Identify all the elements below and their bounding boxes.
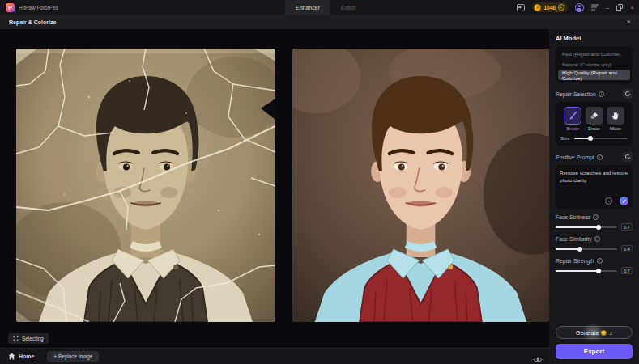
- repair-strength-value[interactable]: 0.7: [621, 267, 633, 274]
- account-icon[interactable]: [575, 3, 584, 12]
- app-title: HitPaw FotorPea: [19, 5, 58, 11]
- face-similarity-value[interactable]: 0.4: [621, 245, 633, 252]
- app-window: P HitPaw FotorPea Enhancer Editor P 1046…: [0, 0, 639, 364]
- brush-tool[interactable]: Brush: [563, 107, 582, 131]
- repair-strength-control: Repair Strength i 0.7: [556, 258, 633, 274]
- close-button[interactable]: ×: [630, 4, 634, 11]
- ai-model-panel: AI Model Fast (Repair and Colorize) Natu…: [549, 29, 639, 364]
- tab-editor[interactable]: Editor: [330, 0, 366, 15]
- home-button[interactable]: Home: [8, 353, 34, 360]
- menu-icon[interactable]: [591, 4, 599, 11]
- reset-prompt-button[interactable]: [623, 152, 633, 162]
- export-button[interactable]: Export: [556, 344, 633, 359]
- size-slider[interactable]: [574, 138, 628, 139]
- restore-button[interactable]: [616, 4, 623, 11]
- home-icon: [8, 353, 15, 360]
- home-label: Home: [19, 353, 34, 359]
- size-slider-thumb[interactable]: [588, 136, 593, 141]
- coin-icon: [601, 330, 607, 336]
- app-logo-icon: P: [6, 3, 15, 12]
- model-option-fast[interactable]: Fast (Repair and Colorize): [558, 49, 630, 59]
- photo-before[interactable]: [16, 49, 275, 322]
- generate-cost: 2: [609, 330, 611, 336]
- minimize-button[interactable]: –: [606, 4, 609, 11]
- model-option-natural[interactable]: Natural (Colorize only): [558, 59, 630, 70]
- reset-selection-button[interactable]: [623, 89, 633, 99]
- selection-corners-icon: [13, 336, 19, 341]
- face-similarity-control: Face Similarity i 0.4: [556, 236, 633, 252]
- close-feature-icon[interactable]: ×: [627, 18, 631, 26]
- credits-count: 1046: [543, 5, 555, 11]
- generate-button[interactable]: Generate 2: [556, 326, 633, 339]
- prompt-text: Remove scratches and restore photo clari…: [560, 169, 628, 184]
- eraser-icon: [590, 111, 599, 121]
- model-option-high-quality[interactable]: High Quality (Repair and Colorize): [558, 70, 630, 80]
- bottom-bar: Home + Replace Image: [0, 348, 549, 364]
- main-tabs: Enhancer Editor: [285, 0, 366, 15]
- mini-window-icon[interactable]: [517, 4, 525, 11]
- face-similarity-label: Face Similarity i: [556, 236, 633, 242]
- compare-eye-icon[interactable]: [533, 352, 543, 364]
- feature-title: Repair & Colorize: [9, 19, 56, 25]
- editor-canvas: Selecting: [0, 29, 549, 348]
- info-icon[interactable]: i: [593, 214, 599, 220]
- face-softness-label: Face Softness i: [556, 214, 633, 220]
- size-label: Size: [560, 136, 570, 141]
- status-badge-label: Selecting: [22, 336, 44, 341]
- info-icon[interactable]: i: [599, 91, 604, 97]
- repair-strength-thumb[interactable]: [596, 269, 601, 273]
- repair-tools: Brush Erase Move Size: [556, 102, 633, 146]
- feature-header: Repair & Colorize ×: [0, 15, 639, 29]
- titlebar: P HitPaw FotorPea Enhancer Editor P 1046…: [0, 0, 639, 15]
- model-options: Fast (Repair and Colorize) Natural (Colo…: [556, 46, 633, 83]
- photo-after[interactable]: [292, 49, 549, 322]
- tab-enhancer[interactable]: Enhancer: [285, 0, 330, 15]
- divider: [616, 198, 616, 205]
- repair-strength-slider[interactable]: [556, 270, 617, 272]
- repair-selection-label: Repair Selection i: [556, 91, 604, 97]
- erase-tool[interactable]: Erase: [585, 107, 604, 131]
- panel-title: AI Model: [556, 35, 633, 42]
- prompt-target-icon[interactable]: [605, 197, 612, 205]
- info-icon[interactable]: i: [597, 154, 603, 160]
- status-badge: Selecting: [8, 333, 49, 344]
- repair-strength-label: Repair Strength i: [556, 258, 633, 264]
- face-softness-control: Face Softness i 0.7: [556, 214, 633, 231]
- brush-icon: [568, 111, 577, 121]
- info-icon[interactable]: i: [594, 236, 600, 242]
- face-softness-value[interactable]: 0.7: [621, 223, 633, 231]
- coin-icon: P: [534, 4, 541, 11]
- face-softness-slider[interactable]: [556, 226, 617, 228]
- face-similarity-thumb[interactable]: [577, 247, 582, 252]
- hand-icon: [611, 111, 620, 121]
- positive-prompt-label: Positive Prompt i: [556, 154, 603, 160]
- add-credits-icon[interactable]: +: [558, 4, 564, 11]
- replace-image-button[interactable]: + Replace Image: [47, 351, 99, 362]
- info-icon[interactable]: i: [597, 258, 603, 264]
- face-similarity-slider[interactable]: [556, 248, 617, 250]
- positive-prompt-input[interactable]: Remove scratches and restore photo clari…: [556, 165, 633, 209]
- credits-badge[interactable]: P 1046 +: [532, 2, 567, 12]
- move-tool[interactable]: Move: [606, 107, 625, 131]
- face-softness-thumb[interactable]: [596, 225, 601, 230]
- ai-write-icon[interactable]: [620, 197, 628, 205]
